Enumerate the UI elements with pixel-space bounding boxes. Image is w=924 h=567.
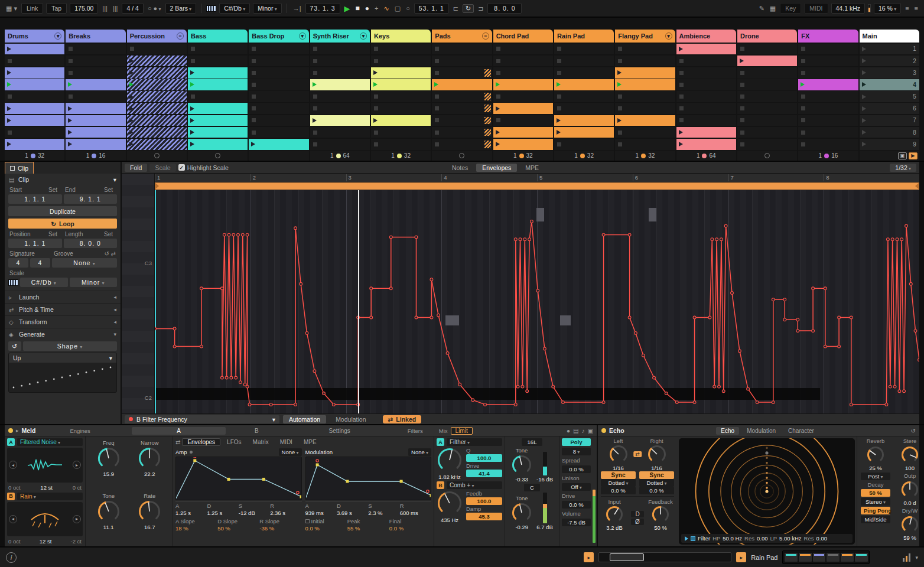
clip-play-icon[interactable] xyxy=(129,58,134,63)
clip-stop-button[interactable] xyxy=(740,142,744,146)
clip-slot[interactable] xyxy=(249,79,308,90)
clip-slot[interactable] xyxy=(432,44,492,55)
clip-play-icon[interactable] xyxy=(129,106,134,111)
duplicate-button[interactable]: Duplicate xyxy=(8,206,117,216)
device-chain-overview[interactable] xyxy=(782,550,870,564)
scale-name-select[interactable]: Minor xyxy=(253,3,282,14)
clip-stop-button[interactable] xyxy=(801,47,805,51)
sync-mode-right-select[interactable]: Dotted xyxy=(639,479,674,487)
clip-slot[interactable] xyxy=(66,139,125,150)
hp-res-field[interactable]: 0.00 xyxy=(757,535,768,542)
mix-a-tone-knob[interactable]: Tone-0.33 xyxy=(511,447,532,483)
clip-play-icon[interactable] xyxy=(679,142,683,146)
track-header[interactable]: FX xyxy=(798,30,858,43)
chevron-down-icon[interactable]: ▾ xyxy=(113,176,116,183)
clip-slot[interactable] xyxy=(737,67,797,79)
clip-stop-button[interactable] xyxy=(374,94,378,99)
amp-mod-select[interactable]: None xyxy=(279,448,302,456)
clip-stop-button[interactable] xyxy=(557,47,561,51)
clip-play-icon[interactable] xyxy=(129,142,134,146)
shape-tool-select[interactable]: Shape xyxy=(23,341,117,351)
feedback-field[interactable]: 100.0 xyxy=(466,497,502,505)
clip-playing-icon[interactable] xyxy=(129,82,134,87)
clip-playing-icon[interactable] xyxy=(68,82,72,87)
clip-stop-button[interactable] xyxy=(618,47,622,51)
selected-clip-chip[interactable]: Rain Pad xyxy=(751,554,777,561)
level-b-field[interactable]: 6.7 dB xyxy=(536,524,552,530)
signature-numerator-field[interactable]: 4 xyxy=(8,258,28,268)
clip-slot[interactable] xyxy=(432,103,492,114)
clip-slot[interactable] xyxy=(554,91,614,102)
mix-b-tone-knob[interactable]: Tone-0.29 xyxy=(511,495,532,530)
clip-stop-button[interactable] xyxy=(69,59,73,63)
groove-icons[interactable]: ↺ ⇄ xyxy=(98,250,116,257)
clip-slot[interactable] xyxy=(310,79,370,90)
clip-stop-button[interactable] xyxy=(313,71,317,75)
clip-slot[interactable] xyxy=(676,91,736,102)
track-header[interactable]: Bass Drop▾ xyxy=(249,30,308,43)
tab-envelopes[interactable]: Envelopes xyxy=(476,164,517,172)
clip-slot[interactable] xyxy=(554,127,614,138)
clip-stop-button[interactable] xyxy=(313,131,317,135)
tab-mpe[interactable]: MPE xyxy=(299,439,321,445)
input-gain-knob[interactable]: 3.2 dB xyxy=(605,505,624,531)
filter-a-type-select[interactable]: Filther xyxy=(447,438,502,446)
stop-button[interactable]: ■ xyxy=(354,4,361,12)
clip-slot[interactable] xyxy=(66,115,125,126)
clip-stop-button[interactable] xyxy=(740,118,744,122)
clip-slot[interactable] xyxy=(127,139,187,150)
clip-slot[interactable] xyxy=(615,44,675,55)
scene-play-icon[interactable] xyxy=(862,142,866,146)
clip-playing-icon[interactable] xyxy=(617,82,622,87)
pan-b-field[interactable]: C xyxy=(524,484,540,491)
unison-select[interactable]: Off xyxy=(562,483,591,491)
engine-b-selector[interactable]: BRain xyxy=(7,493,83,500)
scene-slot[interactable]: 8 xyxy=(860,127,919,138)
release-field[interactable]: 600 ms xyxy=(400,510,431,516)
clip-slot[interactable] xyxy=(310,67,370,79)
clip-playing-icon[interactable] xyxy=(190,82,194,87)
clip-slot[interactable] xyxy=(676,103,736,114)
clip-stop-button[interactable] xyxy=(740,83,744,87)
clip-stop-button[interactable] xyxy=(252,71,256,75)
sync-mode-left-select[interactable]: Dotted xyxy=(601,479,636,487)
clip-stop-button[interactable] xyxy=(557,94,561,99)
clip-stop-button[interactable] xyxy=(740,131,744,135)
oct-field[interactable]: 0 oct xyxy=(8,484,21,491)
track-header[interactable]: Flangy Pad▾ xyxy=(615,30,675,43)
clip-stop-button[interactable] xyxy=(801,131,805,135)
decay-field[interactable]: 50 % xyxy=(861,489,890,497)
tab-settings[interactable]: Settings xyxy=(288,427,392,435)
clip-stop-button[interactable] xyxy=(374,131,378,135)
clip-slot[interactable] xyxy=(676,79,736,90)
clip-slot[interactable] xyxy=(737,79,797,90)
q-field[interactable]: 100.0 xyxy=(466,454,502,462)
track-lines-icon[interactable]: ≡ xyxy=(177,32,184,40)
cent-field[interactable]: 0 ct xyxy=(73,484,82,491)
shape-curve-select[interactable]: Up▾ xyxy=(9,353,116,363)
clip-slot[interactable] xyxy=(798,103,858,114)
clip-play-icon[interactable] xyxy=(679,130,683,135)
clip-slot[interactable] xyxy=(5,91,64,102)
device-thumbnail[interactable] xyxy=(785,553,798,562)
clip-play-icon[interactable] xyxy=(68,130,72,135)
section-transform[interactable]: ◇Transform◂ xyxy=(5,315,121,328)
clip-stop-button[interactable] xyxy=(252,94,256,99)
tab-matrix[interactable]: Matrix xyxy=(248,439,274,445)
overdub-icon[interactable]: + xyxy=(373,5,379,12)
clip-slot[interactable] xyxy=(798,127,858,138)
collapsed-icon[interactable]: ◂ xyxy=(113,294,116,300)
drive-field[interactable]: 41.4 xyxy=(466,470,502,477)
clip-stop-button[interactable] xyxy=(435,131,439,135)
section-pitch-time[interactable]: ⇄Pitch & Time◂ xyxy=(5,303,121,315)
mod-target-select[interactable]: None xyxy=(408,448,431,456)
track-header[interactable]: Pads≡ xyxy=(432,30,492,43)
clip-end-field[interactable]: 9. 1. 1 xyxy=(64,194,118,204)
link-button[interactable]: Link xyxy=(21,3,43,14)
hp-freq-field[interactable]: 50.0 Hz xyxy=(723,535,742,542)
tab-character[interactable]: Character xyxy=(783,427,819,435)
r-slope-field[interactable]: -36 % xyxy=(259,525,301,532)
clip-stop-button[interactable] xyxy=(557,71,561,75)
clip-play-icon[interactable] xyxy=(496,130,500,135)
echo-visualization[interactable]: Filter HP 50.0 Hz Res 0.00 LP 5.00 kHz R… xyxy=(679,438,855,545)
